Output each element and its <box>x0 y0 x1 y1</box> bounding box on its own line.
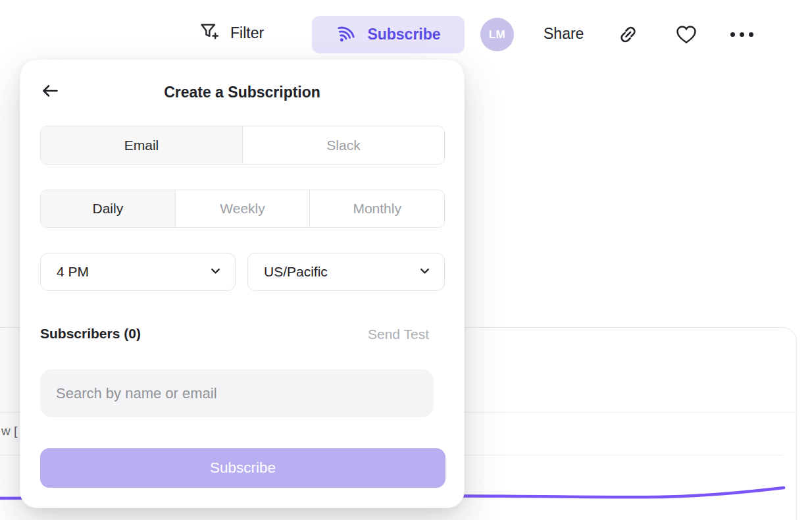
tab-daily[interactable]: Daily <box>41 190 176 227</box>
time-select[interactable]: 4 PM <box>40 253 236 291</box>
tab-slack-label: Slack <box>326 138 360 153</box>
filter-label: Filter <box>230 24 264 42</box>
chevron-down-icon <box>419 265 431 280</box>
tab-slack[interactable]: Slack <box>243 126 444 164</box>
tab-email[interactable]: Email <box>41 126 243 164</box>
filter-icon <box>197 20 221 46</box>
share-label: Share <box>544 25 584 43</box>
timezone-select[interactable]: US/Pacific <box>247 253 445 291</box>
tab-monthly-label: Monthly <box>353 201 401 217</box>
subscribe-toolbar-label: Subscribe <box>367 26 440 43</box>
subscribers-count-label: Subscribers (0) <box>40 326 141 342</box>
subscriber-search-input[interactable] <box>40 369 434 417</box>
filter-button[interactable]: Filter <box>197 20 264 46</box>
copy-link-button[interactable] <box>616 22 640 49</box>
ellipsis-icon <box>740 32 744 37</box>
tab-monthly[interactable]: Monthly <box>310 190 444 227</box>
subscribe-toolbar-button[interactable]: Subscribe <box>312 16 465 53</box>
ellipsis-icon <box>749 32 753 37</box>
tab-email-label: Email <box>124 138 159 153</box>
timezone-select-value: US/Pacific <box>264 264 328 280</box>
ellipsis-icon <box>730 32 735 37</box>
frequency-segmented-control: Daily Weekly Monthly <box>40 190 445 228</box>
chevron-down-icon <box>209 265 222 280</box>
avatar[interactable]: LM <box>480 18 514 51</box>
heart-icon <box>674 23 698 49</box>
subscribe-submit-button[interactable]: Subscribe <box>40 448 445 488</box>
tab-weekly-label: Weekly <box>220 201 265 217</box>
avatar-initials: LM <box>489 28 506 41</box>
clipped-row-text: w [ <box>1 424 17 438</box>
more-menu-button[interactable] <box>730 29 753 39</box>
share-button[interactable]: Share <box>544 25 584 43</box>
send-test-button[interactable]: Send Test <box>368 326 429 342</box>
modal-title: Create a Subscription <box>20 84 464 101</box>
link-icon <box>616 22 640 49</box>
rss-icon <box>336 22 358 47</box>
favorite-button[interactable] <box>674 23 698 49</box>
create-subscription-modal: Create a Subscription Email Slack Daily … <box>20 59 465 508</box>
tab-daily-label: Daily <box>92 201 123 217</box>
channel-segmented-control: Email Slack <box>40 126 445 165</box>
tab-weekly[interactable]: Weekly <box>176 190 311 227</box>
time-select-value: 4 PM <box>57 264 89 280</box>
